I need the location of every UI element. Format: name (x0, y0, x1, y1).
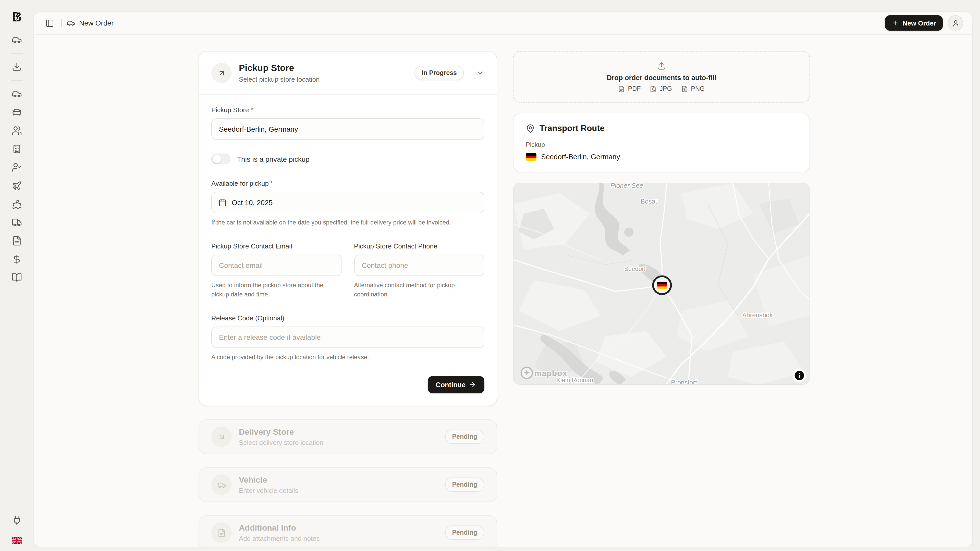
arrow-right-icon (469, 381, 476, 388)
route-map[interactable]: Plöner See Bosau Seedorf Ahrensbök Klein… (513, 183, 810, 385)
panel-toggle-icon[interactable] (43, 16, 56, 30)
map-info-button: i (793, 369, 806, 382)
document-dropzone[interactable]: Drop order documents to auto-fill PDF JP… (513, 51, 810, 103)
topbar-divider (61, 19, 62, 27)
content: Pickup Store Select pickup store locatio… (34, 35, 972, 548)
contact-email-helper: Used to inform the pickup store about th… (211, 281, 342, 299)
pickup-date-input[interactable]: Oct 10, 2025 (211, 192, 484, 213)
step-title: Additional Info (239, 523, 438, 532)
map-canvas: Plöner See Bosau Seedorf Ahrensbök Klein… (514, 183, 810, 385)
route-pickup-value: Seedorf-Berlin, Germany (541, 152, 620, 161)
truck-icon[interactable] (11, 218, 22, 227)
delivery-store-card[interactable]: Delivery Store Select delivery store loc… (199, 419, 497, 454)
dollar-icon[interactable] (11, 254, 22, 264)
step-title: Pickup Store (239, 63, 407, 73)
status-badge: Pending (445, 430, 484, 444)
uk-flag-icon[interactable] (11, 537, 22, 544)
required-mark: * (250, 106, 253, 114)
plug-icon[interactable] (11, 515, 22, 527)
status-badge: Pending (445, 478, 484, 492)
map-label-seedorf: Seedorf (624, 265, 646, 272)
contact-email-input[interactable] (211, 254, 342, 276)
van-icon (211, 475, 232, 495)
file-image-icon (650, 86, 657, 92)
new-order-button[interactable]: New Order (885, 15, 943, 30)
map-label-pronstorf: Pronstorf (671, 379, 697, 385)
sidebar-divider (11, 53, 23, 54)
svg-text:i: i (798, 372, 800, 380)
pickup-store-input[interactable] (211, 118, 484, 140)
required-mark: * (270, 179, 273, 187)
sidebar-divider (11, 80, 23, 81)
file-text-icon (211, 522, 232, 543)
vehicle-card[interactable]: Vehicle Enter vehicle details Pending (199, 467, 497, 502)
sidebar-bottom (11, 515, 22, 544)
breadcrumb-label: New Order (79, 19, 114, 27)
van-icon[interactable] (11, 35, 22, 45)
private-pickup-label: This is a private pickup (237, 155, 310, 163)
sidebar-nav (11, 35, 23, 283)
upload-icon (657, 61, 666, 70)
arrow-down-right-icon (211, 427, 232, 447)
additional-info-card[interactable]: Additional Info Add attachments and note… (199, 515, 497, 548)
step-subtitle: Select pickup store location (239, 76, 407, 83)
topbar: New Order New Order (34, 12, 972, 35)
ship-icon[interactable] (11, 199, 22, 209)
chevron-down-icon[interactable] (476, 69, 484, 77)
step-subtitle: Enter vehicle details (239, 486, 438, 494)
arrow-up-right-icon (211, 63, 232, 83)
file-type-pdf: PDF (618, 85, 641, 92)
book-open-icon[interactable] (11, 272, 22, 283)
van-icon[interactable] (11, 89, 22, 99)
car-icon (67, 19, 75, 27)
file-image-icon (681, 86, 688, 92)
breadcrumb[interactable]: New Order (67, 19, 114, 27)
release-code-input[interactable] (211, 327, 484, 348)
sidebar: B (0, 0, 33, 551)
mapbox-logo: mapbox (521, 367, 567, 379)
file-text-icon (618, 86, 625, 92)
map-marker (653, 276, 671, 294)
app-stage: B (0, 0, 980, 551)
pickup-store-card: Pickup Store Select pickup store locatio… (199, 51, 497, 406)
download-icon[interactable] (11, 62, 22, 72)
file-type-jpg: JPG (650, 85, 672, 92)
step-title: Vehicle (239, 475, 438, 484)
available-for-pickup-label: Available for pickup* (211, 179, 484, 187)
pickup-store-label: Pickup Store* (211, 106, 484, 114)
pickup-store-header[interactable]: Pickup Store Select pickup store locatio… (199, 52, 496, 94)
dropzone-title: Drop order documents to auto-fill (607, 74, 716, 82)
contact-phone-input[interactable] (354, 254, 484, 276)
step-subtitle: Add attachments and notes (239, 534, 438, 542)
user-check-icon[interactable] (11, 162, 22, 172)
users-icon[interactable] (11, 125, 22, 136)
steps-column: Pickup Store Select pickup store locatio… (199, 51, 497, 548)
user-menu-button[interactable] (948, 15, 963, 30)
route-pickup-label: Pickup (526, 141, 797, 148)
step-title: Delivery Store (239, 427, 438, 437)
germany-flag-icon (526, 153, 536, 160)
user-icon (952, 19, 959, 27)
file-text-icon[interactable] (11, 236, 22, 246)
transport-route-card: Transport Route Pickup Seedorf-Berlin, G… (513, 113, 810, 172)
map-pin-icon (526, 124, 535, 133)
pickup-date-value: Oct 10, 2025 (232, 198, 272, 206)
contact-phone-helper: Alternative contact method for pickup co… (354, 281, 484, 299)
private-pickup-toggle[interactable] (211, 154, 230, 164)
step-subtitle: Select delivery store location (239, 438, 438, 446)
svg-text:mapbox: mapbox (535, 368, 567, 378)
file-type-png: PNG (681, 85, 705, 92)
plane-icon[interactable] (11, 181, 22, 191)
building-icon[interactable] (11, 144, 22, 154)
release-code-helper: A code provided by the pickup location f… (211, 353, 484, 362)
summary-column: Drop order documents to auto-fill PDF JP… (513, 51, 810, 385)
map-label-lake: Plöner See (611, 183, 643, 189)
car-front-icon[interactable] (11, 107, 22, 118)
contact-phone-label: Pickup Store Contact Phone (354, 242, 484, 250)
plus-icon (892, 19, 899, 27)
brand-logo[interactable]: B (10, 10, 23, 25)
calendar-icon (218, 198, 227, 206)
continue-button[interactable]: Continue (428, 376, 484, 393)
main-panel: New Order New Order (33, 11, 973, 548)
status-badge: Pending (445, 526, 484, 540)
